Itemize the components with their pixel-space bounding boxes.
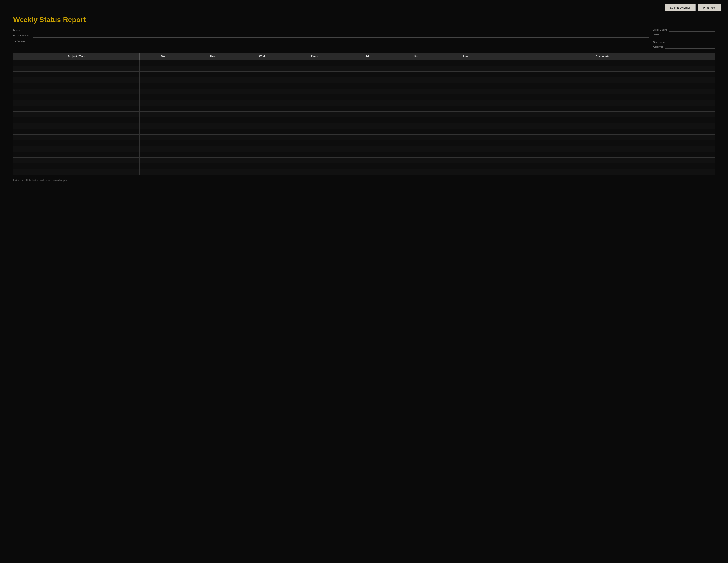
submit-email-button[interactable]: Submit by Email: [665, 4, 696, 11]
cell-r8-c1-input[interactable]: [140, 106, 189, 111]
cell-r3-c2-input[interactable]: [189, 77, 238, 83]
cell-r18-c8-input[interactable]: [490, 163, 715, 169]
cell-r16-c4-input[interactable]: [287, 152, 343, 157]
cell-r18-c0-input[interactable]: [13, 163, 139, 169]
cell-r16-c6-input[interactable]: [392, 152, 441, 157]
cell-r15-c7-input[interactable]: [441, 146, 490, 152]
cell-r11-c7-input[interactable]: [441, 123, 490, 129]
cell-r1-c7-input[interactable]: [441, 66, 490, 71]
cell-r14-c6-input[interactable]: [392, 140, 441, 146]
cell-r1-c4-input[interactable]: [287, 66, 343, 71]
cell-r11-c2-input[interactable]: [189, 123, 238, 129]
cell-r2-c3-input[interactable]: [238, 71, 287, 77]
cell-r3-c3-input[interactable]: [238, 77, 287, 83]
cell-r6-c0-input[interactable]: [13, 94, 139, 100]
cell-r13-c1-input[interactable]: [140, 135, 189, 140]
approved-input[interactable]: [665, 45, 715, 49]
cell-r14-c8-input[interactable]: [490, 140, 715, 146]
cell-r2-c6-input[interactable]: [392, 71, 441, 77]
cell-r4-c7-input[interactable]: [441, 83, 490, 88]
cell-r4-c3-input[interactable]: [238, 83, 287, 88]
total-hours-input[interactable]: [667, 40, 715, 44]
cell-r13-c6-input[interactable]: [392, 135, 441, 140]
cell-r14-c5-input[interactable]: [343, 140, 392, 146]
cell-r7-c0-input[interactable]: [13, 100, 139, 106]
cell-r14-c7-input[interactable]: [441, 140, 490, 146]
cell-r1-c8-input[interactable]: [490, 66, 715, 71]
cell-r10-c0-input[interactable]: [13, 117, 139, 123]
cell-r0-c2-input[interactable]: [189, 60, 238, 66]
cell-r8-c4-input[interactable]: [287, 106, 343, 111]
cell-r19-c2-input[interactable]: [189, 169, 238, 175]
cell-r13-c7-input[interactable]: [441, 135, 490, 140]
cell-r15-c3-input[interactable]: [238, 146, 287, 152]
cell-r17-c5-input[interactable]: [343, 158, 392, 163]
cell-r13-c4-input[interactable]: [287, 135, 343, 140]
cell-r15-c4-input[interactable]: [287, 146, 343, 152]
cell-r7-c5-input[interactable]: [343, 100, 392, 106]
cell-r10-c2-input[interactable]: [189, 117, 238, 123]
cell-r11-c5-input[interactable]: [343, 123, 392, 129]
cell-r10-c3-input[interactable]: [238, 117, 287, 123]
cell-r13-c5-input[interactable]: [343, 135, 392, 140]
cell-r19-c3-input[interactable]: [238, 169, 287, 175]
cell-r19-c7-input[interactable]: [441, 169, 490, 175]
cell-r5-c3-input[interactable]: [238, 89, 287, 94]
cell-r10-c5-input[interactable]: [343, 117, 392, 123]
cell-r0-c7-input[interactable]: [441, 60, 490, 66]
cell-r2-c8-input[interactable]: [490, 71, 715, 77]
cell-r7-c3-input[interactable]: [238, 100, 287, 106]
cell-r8-c3-input[interactable]: [238, 106, 287, 111]
cell-r5-c8-input[interactable]: [490, 89, 715, 94]
cell-r14-c2-input[interactable]: [189, 140, 238, 146]
cell-r9-c8-input[interactable]: [490, 112, 715, 117]
cell-r9-c5-input[interactable]: [343, 112, 392, 117]
cell-r5-c5-input[interactable]: [343, 89, 392, 94]
cell-r5-c6-input[interactable]: [392, 89, 441, 94]
cell-r11-c0-input[interactable]: [13, 123, 139, 129]
cell-r12-c8-input[interactable]: [490, 129, 715, 134]
cell-r10-c1-input[interactable]: [140, 117, 189, 123]
cell-r6-c8-input[interactable]: [490, 94, 715, 100]
cell-r15-c1-input[interactable]: [140, 146, 189, 152]
cell-r9-c0-input[interactable]: [13, 112, 139, 117]
cell-r15-c0-input[interactable]: [13, 146, 139, 152]
cell-r15-c5-input[interactable]: [343, 146, 392, 152]
print-form-button[interactable]: Print Form: [698, 4, 721, 11]
cell-r1-c1-input[interactable]: [140, 66, 189, 71]
cell-r14-c0-input[interactable]: [13, 140, 139, 146]
cell-r1-c5-input[interactable]: [343, 66, 392, 71]
cell-r18-c7-input[interactable]: [441, 163, 490, 169]
cell-r6-c5-input[interactable]: [343, 94, 392, 100]
cell-r19-c5-input[interactable]: [343, 169, 392, 175]
cell-r18-c1-input[interactable]: [140, 163, 189, 169]
cell-r7-c4-input[interactable]: [287, 100, 343, 106]
cell-r7-c6-input[interactable]: [392, 100, 441, 106]
cell-r17-c6-input[interactable]: [392, 158, 441, 163]
dates-input[interactable]: [661, 32, 715, 36]
cell-r7-c1-input[interactable]: [140, 100, 189, 106]
cell-r9-c7-input[interactable]: [441, 112, 490, 117]
cell-r2-c4-input[interactable]: [287, 71, 343, 77]
cell-r11-c8-input[interactable]: [490, 123, 715, 129]
cell-r8-c0-input[interactable]: [13, 106, 139, 111]
cell-r19-c0-input[interactable]: [13, 169, 139, 175]
cell-r3-c8-input[interactable]: [490, 77, 715, 83]
cell-r9-c6-input[interactable]: [392, 112, 441, 117]
cell-r15-c8-input[interactable]: [490, 146, 715, 152]
cell-r17-c4-input[interactable]: [287, 158, 343, 163]
cell-r10-c7-input[interactable]: [441, 117, 490, 123]
project-status-input[interactable]: [33, 33, 649, 38]
cell-r2-c7-input[interactable]: [441, 71, 490, 77]
cell-r19-c6-input[interactable]: [392, 169, 441, 175]
cell-r18-c3-input[interactable]: [238, 163, 287, 169]
cell-r17-c3-input[interactable]: [238, 158, 287, 163]
cell-r13-c8-input[interactable]: [490, 135, 715, 140]
cell-r0-c1-input[interactable]: [140, 60, 189, 66]
to-discuss-input[interactable]: [33, 39, 649, 43]
cell-r9-c2-input[interactable]: [189, 112, 238, 117]
cell-r4-c1-input[interactable]: [140, 83, 189, 88]
cell-r12-c2-input[interactable]: [189, 129, 238, 134]
cell-r14-c3-input[interactable]: [238, 140, 287, 146]
cell-r4-c2-input[interactable]: [189, 83, 238, 88]
